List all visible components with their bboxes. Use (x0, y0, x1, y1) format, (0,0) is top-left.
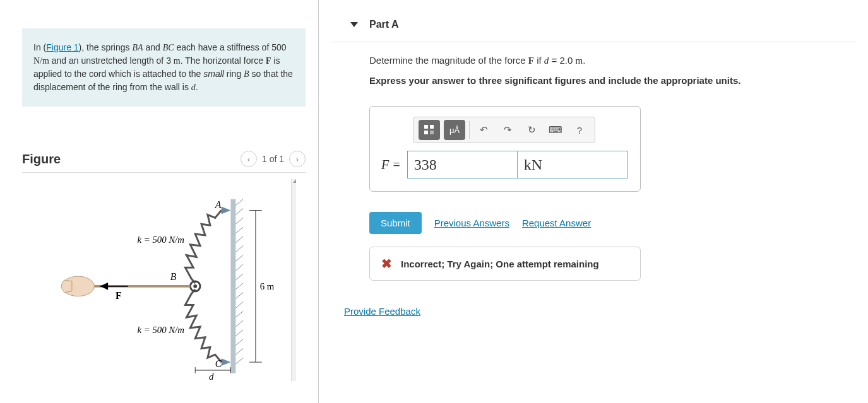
var-d: d (191, 83, 196, 92)
svg-line-5 (235, 237, 243, 243)
svg-text:k = 500 N/m: k = 500 N/m (137, 235, 184, 245)
svg-rect-42 (430, 125, 434, 129)
toolbar-separator (469, 121, 470, 139)
svg-rect-43 (424, 131, 428, 134)
svg-line-7 (235, 255, 243, 262)
keyboard-button[interactable]: ⌨ (545, 120, 566, 140)
svg-text:d: d (209, 371, 214, 381)
left-panel: In (Figure 1), the springs BA and BC eac… (0, 0, 319, 403)
problem-text: . The horizontal force (181, 55, 266, 66)
problem-statement: In (Figure 1), the springs BA and BC eac… (22, 28, 306, 107)
figure-title: Figure (22, 152, 61, 166)
part-a-title: Part A (369, 19, 399, 30)
problem-text: and an unstretched length of 3 (49, 55, 174, 66)
part-a-header[interactable]: Part A (331, 8, 855, 42)
units-button[interactable]: μÅ (444, 120, 465, 140)
feedback-text: Incorrect; Try Again; One attempt remain… (401, 259, 599, 269)
svg-line-9 (235, 274, 243, 280)
svg-rect-41 (424, 125, 428, 129)
svg-line-10 (235, 283, 243, 289)
undo-button[interactable]: ↶ (473, 120, 494, 140)
problem-text: ring (224, 69, 244, 79)
var-bc: BC (163, 43, 174, 52)
unit-nm: N/m (33, 56, 49, 66)
right-panel: Part A Determine the magnitude of the fo… (319, 0, 868, 403)
templates-icon (424, 124, 435, 136)
figure-scrollbar[interactable] (291, 179, 296, 381)
provide-feedback-area: Provide Feedback (344, 306, 855, 317)
svg-line-16 (235, 339, 243, 346)
figure-prev-button[interactable]: ‹ (241, 151, 257, 167)
previous-answers-link[interactable]: Previous Answers (434, 218, 509, 228)
problem-text: ), the springs (79, 42, 133, 52)
collapse-icon (350, 22, 358, 27)
svg-marker-20 (222, 358, 231, 366)
svg-line-14 (235, 320, 243, 327)
answer-value-input[interactable] (407, 151, 518, 178)
unit-m: m (174, 56, 181, 66)
svg-text:F: F (116, 290, 122, 301)
figure-diagram: A B C F k = 500 N/m k = 500 N/m 6 m d (22, 179, 296, 381)
figure-pager: 1 of 1 (262, 154, 284, 164)
answer-actions: Submit Previous Answers Request Answer (369, 212, 817, 234)
templates-button[interactable] (419, 120, 440, 140)
figure-link[interactable]: Figure 1 (46, 42, 78, 52)
svg-line-3 (235, 218, 243, 224)
svg-line-11 (235, 293, 243, 299)
submit-button[interactable]: Submit (369, 212, 422, 234)
svg-text:A: A (215, 199, 222, 210)
svg-text:C: C (215, 358, 222, 369)
svg-line-1 (235, 199, 243, 206)
answer-input-row: F = (381, 151, 629, 178)
svg-line-18 (235, 358, 243, 364)
svg-line-13 (235, 311, 243, 317)
q-unit: m (575, 55, 583, 66)
q-text: if (534, 55, 544, 66)
reset-button[interactable]: ↻ (521, 120, 542, 140)
svg-line-12 (235, 302, 243, 308)
incorrect-icon: ✖ (381, 256, 392, 271)
request-answer-link[interactable]: Request Answer (522, 218, 591, 228)
svg-line-17 (235, 349, 243, 355)
figure-nav: ‹ 1 of 1 › (241, 151, 306, 167)
svg-marker-26 (100, 283, 108, 290)
svg-rect-44 (430, 131, 434, 134)
q-text: Determine the magnitude of the force (369, 55, 528, 66)
instruction-text: Express your answer to three significant… (369, 75, 817, 86)
em-small: small (203, 69, 224, 79)
svg-point-22 (193, 284, 197, 288)
redo-button[interactable]: ↷ (497, 120, 518, 140)
answer-box: μÅ ↶ ↷ ↻ ⌨ ? F = (369, 106, 641, 192)
feedback-box: ✖ Incorrect; Try Again; One attempt rema… (369, 247, 641, 281)
problem-text: . (196, 82, 198, 92)
svg-rect-0 (230, 199, 235, 373)
help-button[interactable]: ? (569, 120, 590, 140)
figure-area: A B C F k = 500 N/m k = 500 N/m 6 m d (22, 179, 296, 381)
svg-line-15 (235, 330, 243, 336)
problem-text: and (143, 42, 163, 52)
svg-line-4 (235, 227, 243, 233)
answer-unit-input[interactable] (518, 151, 628, 178)
svg-line-2 (235, 209, 243, 215)
svg-line-8 (235, 264, 243, 271)
svg-text:B: B (170, 271, 177, 282)
var-ba: BA (132, 43, 143, 52)
question-area: Determine the magnitude of the force F i… (331, 55, 855, 281)
q-text: . (583, 55, 585, 66)
problem-text: each have a stiffness of 500 (174, 42, 287, 52)
var-b: B (244, 69, 249, 79)
figure-header: Figure ‹ 1 of 1 › (22, 151, 306, 173)
question-text: Determine the magnitude of the force F i… (369, 55, 817, 66)
svg-marker-19 (222, 207, 231, 214)
svg-text:k = 500 N/m: k = 500 N/m (137, 325, 184, 335)
q-text: = 2.0 (549, 55, 575, 66)
svg-text:6 m: 6 m (260, 281, 275, 291)
provide-feedback-link[interactable]: Provide Feedback (344, 306, 420, 317)
figure-next-button[interactable]: › (289, 151, 306, 167)
answer-label: F = (381, 158, 401, 172)
q-var-f: F (528, 55, 534, 66)
answer-toolbar: μÅ ↶ ↷ ↻ ⌨ ? (413, 117, 595, 143)
svg-line-6 (235, 246, 243, 252)
problem-text: In ( (33, 42, 46, 52)
